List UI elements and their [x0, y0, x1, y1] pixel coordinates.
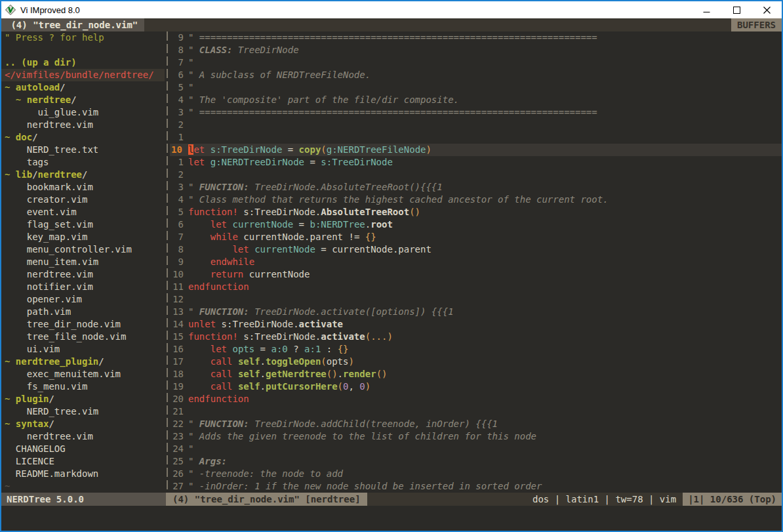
line-number: 23 [170, 430, 188, 443]
code-line[interactable]: 1let g:NERDTreeDirNode = s:TreeDirNode [170, 156, 782, 169]
code-line[interactable]: 6 let currentNode = b:NERDTree.root [170, 218, 782, 231]
code-line[interactable]: 19 call self.putCursorHere(0, 0) [170, 380, 782, 393]
tree-item[interactable]: opener.vim [5, 293, 165, 306]
code-line[interactable]: 18 call self.getNerdtree().render() [170, 368, 782, 380]
tree-item[interactable]: ~ doc/ [5, 131, 165, 144]
tree-item[interactable]: fs_menu.vim [5, 380, 165, 393]
tree-item[interactable]: ~ syntax/ [5, 418, 165, 430]
tree-item[interactable] [5, 44, 165, 56]
tree-item-text: NERD_tree.txt [5, 144, 98, 155]
code-line[interactable]: 27" -inOrder: 1 if the new node should b… [170, 480, 782, 493]
code-line[interactable]: 11endfunction [170, 281, 782, 293]
code-line[interactable]: 3" =====================================… [170, 106, 782, 119]
tree-item[interactable]: NERD_tree.vim [5, 405, 165, 418]
code-line[interactable]: 2 [170, 169, 782, 181]
code-line[interactable]: 8 let currentNode = currentNode.parent [170, 243, 782, 256]
tree-root-node[interactable]: </vimfiles/bundle/nerdtree/ [1, 69, 165, 81]
code-line-current[interactable]: 10let s:TreeDirNode = copy(g:NERDTreeFil… [170, 144, 782, 156]
tree-item[interactable]: ui_glue.vim [5, 106, 165, 119]
tree-item[interactable]: nerdtree.vim [5, 430, 165, 443]
code-token: = [293, 219, 310, 230]
code-token: call [211, 369, 233, 379]
code-line-text: " ======================================… [188, 31, 782, 44]
code-line[interactable]: 16 let opts = a:0 ? a:1 : {} [170, 343, 782, 356]
code-line[interactable]: 17 call self.toggleOpen(opts) [170, 356, 782, 368]
command-line[interactable] [1, 506, 782, 531]
tree-item[interactable]: notifier.vim [5, 281, 165, 293]
tree-item[interactable]: LICENCE [5, 455, 165, 468]
code-line[interactable]: 3" FUNCTION: TreeDirNode.AbsoluteTreeRoo… [170, 181, 782, 194]
tree-item[interactable]: creator.vim [5, 194, 165, 206]
tree-item[interactable]: ui.vim [5, 343, 165, 356]
tree-item[interactable]: ~ plugin/ [5, 393, 165, 405]
code-line[interactable]: 5" [170, 81, 782, 94]
tree-item[interactable]: tree_dir_node.vim [5, 318, 165, 331]
tree-item[interactable]: menu_item.vim [5, 256, 165, 268]
tree-item[interactable]: flag_set.vim [5, 218, 165, 231]
tree-item[interactable]: tree_file_node.vim [5, 331, 165, 343]
code-token: ( [338, 381, 343, 392]
window-split-separator[interactable] [165, 31, 170, 493]
code-line[interactable]: 15function! s:TreeDirNode.activate(...) [170, 331, 782, 343]
tree-item[interactable]: CHANGELOG [5, 443, 165, 455]
code-token: " [188, 306, 199, 317]
tree-item[interactable]: " Press ? for help [5, 31, 165, 44]
close-button[interactable] [752, 1, 782, 18]
code-line[interactable]: 6" A subclass of NERDTreeFileNode. [170, 69, 782, 81]
code-line[interactable]: 7 while currentNode.parent != {} [170, 231, 782, 243]
code-line[interactable]: 25" Args: [170, 455, 782, 468]
tree-item[interactable]: bookmark.vim [5, 181, 165, 194]
code-line[interactable]: 12 [170, 293, 782, 306]
code-line[interactable]: 9 endwhile [170, 256, 782, 268]
tree-item[interactable]: ~ autoload/ [5, 81, 165, 94]
gvim-window: Vi IMproved 8.0 (4) "tree_dir_node.vim" … [0, 0, 783, 532]
tree-item-text: menu_item.vim [5, 256, 98, 267]
tree-item[interactable]: key_map.vim [5, 231, 165, 243]
line-number: 14 [170, 318, 188, 331]
code-line[interactable]: 13" FUNCTION: TreeDirNode.activate([opti… [170, 306, 782, 318]
code-line[interactable]: 2 [170, 119, 782, 131]
tree-item[interactable]: path.vim [5, 306, 165, 318]
tree-item[interactable]: nerdtree.vim [5, 119, 165, 131]
tree-item[interactable]: event.vim [5, 206, 165, 218]
tree-item[interactable]: ~ lib/nerdtree/ [5, 169, 165, 181]
code-token [188, 381, 211, 392]
code-line[interactable]: 21 [170, 405, 782, 418]
tree-item-text: event.vim [5, 207, 77, 217]
tree-item-text: opener.vim [5, 294, 82, 304]
tree-item[interactable]: NERD_tree.txt [5, 144, 165, 156]
tree-item[interactable]: ~ [5, 480, 165, 493]
tree-item[interactable]: menu_controller.vim [5, 243, 165, 256]
code-token [232, 356, 237, 367]
code-line-text: " Args: [188, 455, 782, 468]
code-token [188, 219, 211, 230]
code-line[interactable]: 22" FUNCTION: TreeDirNode.addChild(treen… [170, 418, 782, 430]
code-line[interactable]: 10 return currentNode [170, 268, 782, 281]
code-line[interactable]: 24" [170, 443, 782, 455]
tab-tree-dir-node[interactable]: (4) "tree_dir_node.vim" [1, 18, 144, 31]
maximize-button[interactable] [721, 1, 752, 18]
code-line[interactable]: 4" Class method that returns the highest… [170, 194, 782, 206]
code-line[interactable]: 20endfunction [170, 393, 782, 405]
tree-item[interactable]: nerdtree.vim [5, 268, 165, 281]
code-line[interactable]: 4" The 'composite' part of the file/dir … [170, 94, 782, 106]
code-line[interactable]: 9" =====================================… [170, 31, 782, 44]
tree-item[interactable]: README.markdown [5, 468, 165, 480]
code-line[interactable]: 14unlet s:TreeDirNode.activate [170, 318, 782, 331]
code-line[interactable]: 26" -treenode: the node to add [170, 468, 782, 480]
code-line[interactable]: 8" CLASS: TreeDirNode [170, 44, 782, 56]
tree-item-text: ~ [5, 356, 16, 367]
tree-item[interactable]: tags [5, 156, 165, 169]
tree-item[interactable]: ~ nerdtree/ [5, 94, 165, 106]
minimize-button[interactable] [691, 1, 721, 18]
code-line[interactable]: 5function! s:TreeDirNode.AbsoluteTreeRoo… [170, 206, 782, 218]
code-line-text: let g:NERDTreeDirNode = s:TreeDirNode [188, 156, 782, 169]
tree-item[interactable]: ~ nerdtree_plugin/ [5, 356, 165, 368]
code-line-text: endwhile [188, 256, 782, 268]
code-token: : [321, 344, 337, 354]
code-line[interactable]: 1 [170, 131, 782, 144]
tree-item[interactable]: .. (up a dir) [5, 56, 165, 69]
code-line[interactable]: 7" [170, 56, 782, 69]
tree-item[interactable]: exec_menuitem.vim [5, 368, 165, 380]
code-line[interactable]: 23" Adds the given treenode to the list … [170, 430, 782, 443]
